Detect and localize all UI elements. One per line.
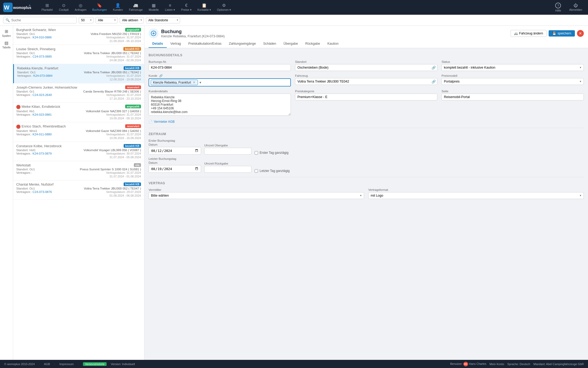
customer-tag-chevron[interactable]: ▼ (199, 81, 202, 84)
tab-details[interactable]: Details (149, 40, 167, 48)
fahrzeug-link-icon[interactable]: 🔗 (432, 80, 436, 84)
kunde-link-icon[interactable]: 🔗 (159, 74, 163, 77)
list-item[interactable]: Burghardt Schwartz, Wien angezahlt Stand… (13, 26, 144, 45)
booking-name: Joseph-Clemens Junker, Hohenselchow (16, 85, 77, 89)
list-item[interactable]: Werkstatt n/a Standort: Oc1 Pneus Summit… (13, 161, 144, 180)
external-link-icon[interactable]: 🔗 (432, 66, 436, 70)
copyright: © womoplus 2010-2024 (4, 362, 35, 366)
letzter-buchungstag-input[interactable] (149, 165, 201, 173)
status-badge: bezahlt KB (124, 66, 141, 70)
v-badge: V (16, 125, 20, 129)
seite-input[interactable] (442, 94, 584, 100)
field-fahrzeug: Fahrzeug 🔗 (295, 74, 437, 86)
nav-buchungen[interactable]: 🔖 Buchungen (90, 2, 109, 12)
erster-ganztaegig-checkbox[interactable] (255, 151, 258, 155)
brand-logo[interactable]: W womoplus + (3, 3, 35, 12)
status-select[interactable]: komplett bezahlt - inklusive Kaution (442, 64, 584, 71)
nav-fahrzeuge[interactable]: 🚐 Fahrzeuge (126, 2, 145, 12)
contract-link[interactable]: K24-010-0886 (33, 36, 52, 39)
field-kundendetails: Kundendetails Rebekka Kienzle Herzog-Ern… (149, 90, 291, 116)
booking-contract: Vertragsnr.: K24-010-0886 Vertragsdatum:… (16, 36, 141, 39)
booking-sub: Standort: Oc1 Voltra Terra Trekker JBU30… (17, 71, 141, 74)
kundendetails-textarea[interactable]: Rebekka Kienzle Herzog-Ernst-Ring 08 603… (149, 94, 291, 116)
vermittler-select[interactable]: Bitte wählen (149, 192, 364, 199)
nav-hilfe[interactable]: ? Hilfe (550, 2, 566, 13)
close-button[interactable]: ✕ (577, 30, 584, 37)
vermittler-label: Vermittler (149, 188, 364, 191)
tab-kaution[interactable]: Kaution (324, 40, 342, 48)
contract-link[interactable]: C24-073-0885 (33, 55, 52, 58)
save-icon: 💾 (552, 32, 556, 35)
versionshistorie-badge[interactable]: Versionshistorie (83, 362, 107, 366)
nav-anfragen[interactable]: ◎ Anfragen (72, 2, 89, 12)
nav-kontakte[interactable]: 📋 Kontakte ▾ (195, 2, 214, 13)
preismodell-select-wrap: Portalpreis (442, 78, 584, 85)
contract-link[interactable]: K24-073-0884 (33, 74, 52, 77)
contract-link[interactable]: C24-023-2640 (33, 93, 52, 96)
contract-link[interactable]: K24-073-0879 (33, 152, 52, 155)
nav-preise[interactable]: € Preise ▾ (178, 2, 194, 13)
booking-dates: 31.07.2024 - 01.08.2024 (16, 175, 141, 178)
preismodell-select[interactable]: Portalpreis (442, 78, 584, 85)
agb-link[interactable]: 📄 Vermieter AGB (149, 120, 584, 124)
nav-listen[interactable]: ≡ Listen ▾ (162, 2, 178, 13)
tab-schaeden[interactable]: Schäden (260, 40, 280, 48)
nav-cockpit[interactable]: ⊙ Cockpit (56, 2, 72, 12)
list-item[interactable]: VMeike Kilian, Erndtebrück angezahlt Sta… (13, 103, 144, 122)
vertragsformat-select[interactable]: mit Logo ohne Logo (368, 192, 584, 199)
list-item[interactable]: Rebekka Kienzle, Frankfurt bezahlt KB St… (13, 64, 144, 83)
tab-preiskalkulation[interactable]: Preiskalkulation/Extras (185, 40, 225, 48)
impressum-link[interactable]: Impressum (59, 362, 74, 366)
nav-plantafel[interactable]: ⊞ Plantafel (39, 2, 55, 12)
uhrzeit-uebergabe-input[interactable] (204, 148, 251, 155)
mein-konto-link[interactable]: Mein Konto (490, 362, 504, 366)
contract-link[interactable]: K24-011-0880 (33, 133, 52, 136)
contract-link[interactable]: K24-023-0881 (33, 113, 52, 116)
search-input[interactable] (11, 18, 74, 22)
nav-abmelden[interactable]: ⏻ Abmelden (566, 2, 585, 12)
filter-alle-select[interactable]: Alle Angezahlt Bezahlt (96, 17, 118, 23)
list-item[interactable]: Chantal Menke, Nußdorf bezahlt KB Stando… (13, 180, 144, 200)
buchungsnr-label: Buchungs-Nr. (149, 60, 291, 63)
preiskategorie-input[interactable] (295, 94, 437, 100)
nav-optionen[interactable]: ⚙ Optionen ▾ (214, 2, 234, 13)
contract-link[interactable]: C24-073-0876 (33, 190, 52, 193)
nav-modelle[interactable]: ▦ Modelle (146, 2, 162, 12)
buchungsnr-input[interactable] (149, 64, 291, 71)
nav-kunden[interactable]: 👤 Kunden (110, 2, 126, 12)
customer-tag-remove[interactable]: ✕ (193, 80, 196, 84)
list-item[interactable]: VEnrico Stach, Rheinbreitbach reserviert… (13, 122, 144, 142)
detail-content: BUCHUNGSDETAILS Buchungs-Nr. Standort 🔗 … (144, 48, 588, 360)
abmelden-icon: ⏻ (574, 3, 578, 8)
v-badge: V (16, 105, 20, 109)
save-button[interactable]: 💾 speichern (549, 30, 575, 37)
filter-standort-select[interactable]: Alle Standorte (146, 17, 180, 23)
sidebar-btn-spalten[interactable]: ⊞ Spalten (1, 28, 12, 38)
optionen-icon: ⚙ (222, 3, 226, 8)
list-item[interactable]: Constanze Kolbe, Herzebrock bezahlt KB S… (13, 142, 144, 161)
sidebar-btn-tabelle[interactable]: ▤ Tabelle (1, 39, 12, 50)
tab-zahlungseingaenge[interactable]: Zahlungseingänge (225, 40, 260, 48)
field-seite: Seite (442, 90, 584, 116)
booking-contract: Vertragsnr.: C24-073-0876 Vertragsdatum:… (16, 190, 141, 193)
fahrzeug-input[interactable] (295, 78, 437, 85)
count-select[interactable]: 50 100 200 (79, 17, 93, 23)
booking-sub: Standort: Kk1 Volksmobil Gazer NAZ399 32… (16, 110, 141, 113)
agb-link-bottom[interactable]: AGB (44, 362, 50, 366)
vermittler-select-wrap: Bitte wählen (149, 192, 364, 199)
change-vehicle-button[interactable]: 🚐 Fahrzeug ändern (511, 30, 547, 37)
tab-uebergabe[interactable]: Übergabe (280, 40, 302, 48)
letzter-ganztaegig-checkbox[interactable] (255, 169, 258, 173)
standort-input[interactable] (295, 64, 437, 71)
list-item[interactable]: Louise Streich, Pinneberg bezahlt KO Sta… (13, 45, 144, 64)
booking-contract: Vertragsnr.: Vertragsdatum: 31.07.2024 (16, 171, 141, 174)
field-kunde: Kunde 🔗 Kienzle Rebekka, Frankfurt ✕ ▼ (149, 74, 291, 86)
list-item[interactable]: Joseph-Clemens Junker, Hohenselchow rese… (13, 83, 144, 103)
sprache-info: Sprache: Deutsch (507, 362, 530, 366)
uhrzeit-rueckgabe-input[interactable] (204, 166, 251, 173)
erster-buchungstag-input[interactable] (149, 147, 201, 155)
filter-aktiv-select[interactable]: Alle aktiven Alle Archivierte (120, 17, 144, 23)
tab-rueckgabe[interactable]: Rückgabe (302, 40, 324, 48)
detail-title-wrap: Buchung Kienzle Rebekka, Frankfurt (K24-… (149, 28, 225, 38)
tab-vertrag[interactable]: Vertrag (167, 40, 185, 48)
